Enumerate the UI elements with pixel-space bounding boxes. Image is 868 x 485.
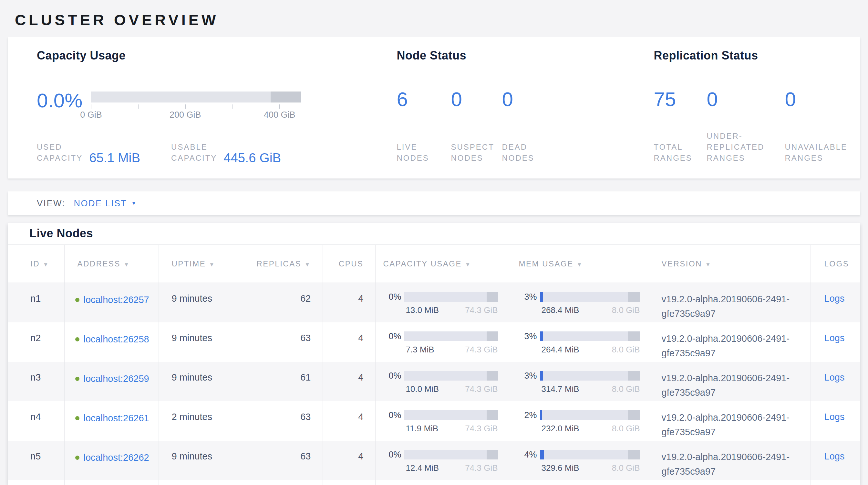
node-health-dot-icon (75, 456, 80, 460)
view-selector-dropdown[interactable]: NODE LIST ▼ (74, 199, 136, 208)
node-health-dot-icon (75, 416, 80, 420)
sort-icon: ▼ (465, 262, 471, 268)
node-version: v19.2.0-alpha.20190606-2491-gfe735c9a97 (653, 283, 810, 322)
axis-label: 400 GiB (264, 110, 296, 120)
node-version: v19.2.0-alpha.20190606-2491-gfe735c9a97 (653, 441, 810, 480)
used-capacity-label: USED CAPACITY (37, 142, 83, 164)
logs-cell: Logs (810, 322, 860, 362)
live-nodes-count: 6 (397, 90, 451, 109)
node-cpus: 4 (322, 401, 375, 441)
column-header-id[interactable]: ID▼ (8, 245, 64, 283)
usable-capacity-label: USABLE CAPACITY (171, 142, 217, 164)
node-status-section: Node Status 6 LIVE NODES 0 SUSPECT NODES… (397, 49, 654, 164)
capacity-axis-labels: 0 GiB 200 GiB 400 GiB (91, 110, 301, 120)
node-replicas: 63 (237, 322, 322, 362)
node-uptime: 2 minutes (159, 401, 237, 441)
column-header-address[interactable]: ADDRESS▼ (64, 245, 159, 283)
node-address-cell: localhost:26261 (64, 401, 159, 441)
column-header-uptime[interactable]: UPTIME▼ (159, 245, 237, 283)
sort-icon: ▼ (305, 262, 311, 268)
node-address-link[interactable]: localhost:26261 (84, 413, 149, 423)
dead-nodes-stat: 0 DEAD NODES (502, 90, 534, 164)
capacity-axis-ticks (91, 105, 301, 109)
table-row-partial (8, 480, 860, 485)
node-address-link[interactable]: localhost:26257 (84, 294, 149, 305)
node-uptime: 9 minutes (159, 322, 237, 362)
column-header-cpus: CPUS (322, 245, 375, 283)
usable-capacity-value: 445.6 GiB (223, 152, 281, 164)
mem-bar (540, 450, 640, 459)
node-address-link[interactable]: localhost:26258 (84, 334, 149, 344)
cluster-overview-page: CLUSTER OVERVIEW Capacity Usage 0.0% (0, 0, 868, 485)
node-uptime: 9 minutes (159, 362, 237, 401)
node-status-heading: Node Status (397, 49, 654, 62)
node-uptime: 9 minutes (159, 441, 237, 480)
node-id: n5 (8, 441, 64, 480)
node-version: v19.2.0-alpha.20190606-2491-gfe735c9a97 (653, 401, 810, 441)
column-header-version[interactable]: VERSION▼ (653, 245, 810, 283)
column-header-replicas[interactable]: REPLICAS▼ (237, 245, 322, 283)
capacity-usage-cell: 0% 10.0 MiB74.3 GiB (375, 362, 511, 401)
column-header-mem-usage[interactable]: MEM USAGE▼ (511, 245, 653, 283)
logs-cell: Logs (810, 441, 860, 480)
under-replicated-ranges-stat: 0 UNDER- REPLICATED RANGES (707, 90, 785, 164)
mem-usage-cell: 4% 329.6 MiB8.0 GiB (511, 441, 653, 480)
used-capacity-stat: USED CAPACITY 65.1 MiB (37, 142, 140, 164)
table-header-row: ID▼ ADDRESS▼ UPTIME▼ REPLICAS▼ CPUS CAPA… (8, 245, 860, 283)
replication-status-heading: Replication Status (654, 49, 847, 62)
table-row-n2: n2 localhost:26258 9 minutes 63 4 0% 7.3… (8, 322, 860, 362)
node-health-dot-icon (75, 337, 80, 341)
suspect-nodes-stat: 0 SUSPECT NODES (451, 90, 502, 164)
node-id: n1 (8, 283, 64, 322)
capacity-gauge: 0.0% 0 GiB 200 GiB 400 (37, 91, 397, 120)
table-row-n4: n4 localhost:26261 2 minutes 63 4 0% 11.… (8, 401, 860, 441)
summary-card: Capacity Usage 0.0% 0 GiB (8, 37, 860, 178)
mem-bar (540, 371, 640, 380)
total-ranges-stat: 75 TOTAL RANGES (654, 90, 707, 164)
node-address-link[interactable]: localhost:26259 (84, 373, 149, 384)
logs-link[interactable]: Logs (825, 451, 845, 461)
column-header-logs: LOGS (810, 245, 860, 283)
capacity-usage-section: Capacity Usage 0.0% 0 GiB (37, 49, 397, 164)
capacity-bar (404, 332, 498, 341)
mem-bar (540, 332, 640, 341)
logs-link[interactable]: Logs (825, 333, 845, 343)
live-nodes-heading: Live Nodes (8, 223, 860, 245)
logs-link[interactable]: Logs (825, 293, 845, 304)
logs-link[interactable]: Logs (825, 411, 845, 422)
capacity-gauge-reserved-segment (271, 91, 301, 103)
capacity-bar (404, 450, 498, 459)
capacity-usage-cell: 0% 7.3 MiB74.3 GiB (375, 322, 511, 362)
column-header-capacity-usage[interactable]: CAPACITY USAGE▼ (375, 245, 511, 283)
logs-link[interactable]: Logs (825, 372, 845, 382)
chevron-down-icon: ▼ (131, 200, 136, 206)
sort-icon: ▼ (577, 262, 583, 268)
capacity-bar (404, 292, 498, 302)
node-cpus: 4 (322, 283, 375, 322)
mem-usage-cell: 3% 268.4 MiB8.0 GiB (511, 283, 653, 322)
capacity-usage-cell: 0% 11.9 MiB74.3 GiB (375, 401, 511, 441)
capacity-usage-heading: Capacity Usage (37, 49, 397, 62)
node-health-dot-icon (75, 377, 80, 381)
node-replicas: 61 (237, 362, 322, 401)
mem-usage-cell: 3% 264.4 MiB8.0 GiB (511, 322, 653, 362)
live-nodes-card: Live Nodes ID▼ ADDRESS▼ UPTIME▼ REPLICAS… (8, 223, 860, 485)
usable-capacity-stat: USABLE CAPACITY 445.6 GiB (171, 142, 281, 164)
unavailable-ranges-stat: 0 UNAVAILABLE RANGES (785, 90, 847, 164)
node-address-link[interactable]: localhost:26262 (84, 452, 149, 463)
mem-usage-cell: 2% 232.0 MiB8.0 GiB (511, 401, 653, 441)
capacity-percent: 0.0% (37, 91, 91, 110)
node-cpus: 4 (322, 362, 375, 401)
node-address-cell: localhost:26258 (64, 322, 159, 362)
node-id: n4 (8, 401, 64, 441)
replication-status-section: Replication Status 75 TOTAL RANGES 0 UND… (654, 49, 847, 164)
sort-icon: ▼ (705, 262, 711, 268)
capacity-bar (404, 410, 498, 420)
dead-nodes-count: 0 (502, 90, 534, 109)
logs-cell: Logs (810, 401, 860, 441)
mem-bar (540, 292, 640, 302)
node-id: n2 (8, 322, 64, 362)
logs-cell: Logs (810, 362, 860, 401)
capacity-usage-cell: 0% 12.4 MiB74.3 GiB (375, 441, 511, 480)
node-cpus: 4 (322, 322, 375, 362)
